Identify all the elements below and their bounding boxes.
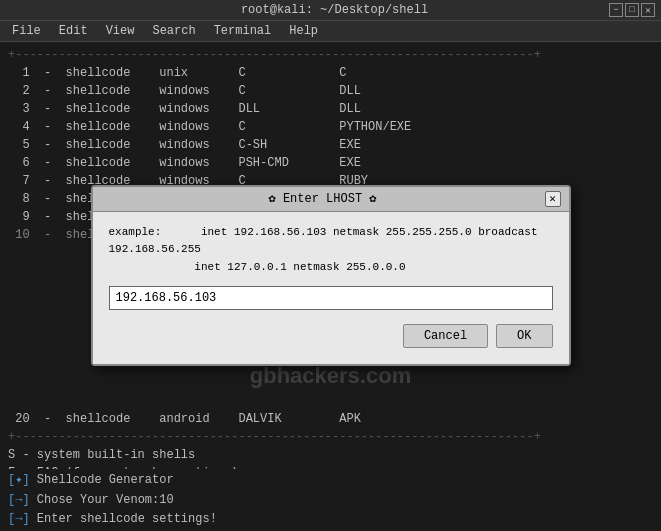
ok-button[interactable]: OK (496, 324, 552, 348)
row-6: 6 - shellcode windows PSH-CMD EXE (8, 154, 653, 172)
minimize-button[interactable]: − (609, 3, 623, 17)
prompt-text-3: Enter shellcode settings! (30, 510, 217, 529)
cancel-button[interactable]: Cancel (403, 324, 488, 348)
menu-edit[interactable]: Edit (55, 23, 92, 39)
maximize-button[interactable]: □ (625, 3, 639, 17)
enter-lhost-dialog: ✿ Enter LHOST ✿ ✕ example: inet 192.168.… (91, 185, 571, 367)
option-s: S - system built-in shells (8, 446, 653, 464)
menu-terminal[interactable]: Terminal (210, 23, 276, 39)
menu-search[interactable]: Search (148, 23, 199, 39)
prompt-text-1: Shellcode Generator (30, 471, 174, 490)
menu-file[interactable]: File (8, 23, 45, 39)
title-bar: root@kali: ~/Desktop/shell − □ ✕ (0, 0, 661, 21)
dialog-example: example: inet 192.168.56.103 netmask 255… (109, 224, 553, 277)
row-3: 3 - shellcode windows DLL DLL (8, 100, 653, 118)
example-line1: inet 192.168.56.103 netmask 255.255.255.… (109, 226, 538, 256)
prompt-text-2: Chose Your Venom:10 (30, 491, 174, 510)
prompt-line-1: [ ✦ ] Shellcode Generator (8, 471, 653, 490)
dialog-buttons: Cancel OK (109, 324, 553, 352)
row-2: 2 - shellcode windows C DLL (8, 82, 653, 100)
row-1: 1 - shellcode unix C C (8, 64, 653, 82)
option-f: F - FAQ (frequent ask questions) (8, 464, 653, 469)
row-5: 5 - shellcode windows C-SH EXE (8, 136, 653, 154)
dialog-body: example: inet 192.168.56.103 netmask 255… (93, 212, 569, 365)
bottom-section: [ ✦ ] Shellcode Generator [ → ] Chose Yo… (0, 469, 661, 531)
menu-help[interactable]: Help (285, 23, 322, 39)
dialog-title-bar: ✿ Enter LHOST ✿ ✕ (93, 187, 569, 212)
prompt-line-2: [ → ] Chose Your Venom:10 (8, 491, 653, 510)
window-controls: − □ ✕ (609, 3, 661, 17)
bottom-separator: +---------------------------------------… (8, 428, 653, 446)
dialog-title: ✿ Enter LHOST ✿ (101, 191, 545, 206)
dialog-close-button[interactable]: ✕ (545, 191, 561, 207)
close-button[interactable]: ✕ (641, 3, 655, 17)
row-4: 4 - shellcode windows C PYTHON/EXE (8, 118, 653, 136)
window-title: root@kali: ~/Desktop/shell (60, 3, 609, 17)
menu-bar: File Edit View Search Terminal Help (0, 21, 661, 42)
row-20: 20 - shellcode android DALVIK APK (8, 410, 653, 428)
prompt-line-3: [ → ] Enter shellcode settings! (8, 510, 653, 529)
example-label: example: (109, 226, 162, 238)
top-separator: +---------------------------------------… (8, 46, 653, 64)
menu-view[interactable]: View (102, 23, 139, 39)
lhost-input[interactable] (109, 286, 553, 310)
example-line2: inet 127.0.0.1 netmask 255.0.0.0 (194, 261, 405, 273)
